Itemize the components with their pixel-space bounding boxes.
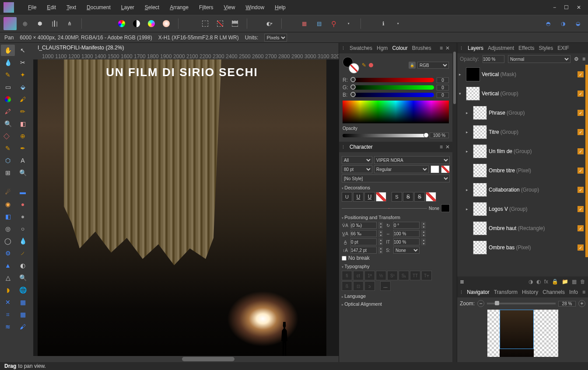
torus-tool-icon[interactable]: ◯ <box>1 235 15 247</box>
wave-tool-icon[interactable]: ≋ <box>1 321 15 332</box>
smcp-icon[interactable]: Tᴛ <box>421 271 432 280</box>
b-slider[interactable] <box>350 93 434 97</box>
layers-menu-icon[interactable]: ≡ <box>582 56 585 62</box>
layer-row[interactable]: ▸ Collaboration (Group) ✓ <box>457 180 588 199</box>
dark-tool-icon[interactable]: ◐ <box>16 260 30 271</box>
flood-tool-icon[interactable]: ⬙ <box>16 81 30 93</box>
titling-icon[interactable]: TT <box>410 271 420 280</box>
alt3-icon[interactable]: ɔ <box>364 281 375 291</box>
liga-icon[interactable]: fi <box>342 271 352 280</box>
frac-icon[interactable]: ½ <box>376 271 386 280</box>
tab-transform[interactable]: Transform <box>494 289 518 295</box>
zoom-slider[interactable] <box>487 303 556 304</box>
hand-tool-icon[interactable]: ✋ <box>1 45 15 56</box>
visibility-checkbox[interactable]: ✓ <box>578 91 584 97</box>
kerning-input[interactable] <box>350 230 377 237</box>
r-input[interactable] <box>437 77 449 83</box>
close-icon[interactable]: ✕ <box>577 4 581 10</box>
circle-tool-icon[interactable]: ○ <box>16 223 30 234</box>
menu-arrange[interactable]: Arrange <box>164 0 194 15</box>
navigator-thumbnail[interactable] <box>487 310 558 357</box>
paint-brush-icon[interactable]: 🖌 <box>16 94 30 105</box>
autocolour-icon[interactable] <box>145 17 158 30</box>
light-tool-icon[interactable]: ☄ <box>1 186 15 198</box>
menu-document[interactable]: Document <box>81 0 116 15</box>
zoom-out-icon[interactable]: 🔍 <box>1 118 15 129</box>
leading-input[interactable] <box>350 247 377 254</box>
tri-tool-icon[interactable]: △ <box>1 272 15 283</box>
scrollbar-horizontal[interactable] <box>33 356 339 362</box>
layer-row[interactable]: ▸ Un film de (Group) ✓ <box>457 142 588 161</box>
text-tool-icon[interactable]: A <box>16 155 30 166</box>
menu-layer[interactable]: Layer <box>116 0 140 15</box>
minimize-icon[interactable]: − <box>553 4 556 10</box>
menu-file[interactable]: File <box>23 0 42 15</box>
layer-row[interactable]: ▸ Phrase (Group) ✓ <box>457 103 588 122</box>
strike-none-icon[interactable]: S <box>392 192 402 202</box>
clone-tool-icon[interactable]: ⃟ <box>1 130 15 142</box>
persona-develop-icon[interactable]: ⬢ <box>33 17 46 30</box>
cross-tool-icon[interactable]: ✕ <box>1 297 15 308</box>
tab-hgm[interactable]: Hgm <box>377 45 388 51</box>
g-input[interactable] <box>437 85 449 91</box>
mask-icon[interactable]: ◑ <box>528 279 533 285</box>
tab-navigator[interactable]: Navigator <box>467 289 489 295</box>
persona-liquify-icon[interactable]: ◎ <box>18 17 32 30</box>
healing-icon[interactable]: ⊕ <box>16 130 30 142</box>
mixer-brush-icon[interactable]: 🖍 <box>1 106 15 117</box>
lock-icon[interactable]: 🔒 <box>409 62 416 69</box>
tab-styles[interactable]: Styles <box>539 45 553 51</box>
fx-icon[interactable]: fx <box>544 279 548 285</box>
layer-row[interactable]: ▸ Titre (Group) ✓ <box>457 122 588 142</box>
alt1-icon[interactable]: ß <box>342 281 352 291</box>
eraser-icon[interactable]: ◧ <box>16 118 30 129</box>
units-select[interactable]: Pixels <box>264 34 287 42</box>
panel-menu-icon[interactable]: ≡ <box>582 289 585 295</box>
persona-tone-icon[interactable]: |┃| <box>48 17 61 30</box>
visibility-checkbox[interactable]: ✓ <box>578 206 584 212</box>
colour-wells[interactable] <box>343 57 359 73</box>
selection-all-icon[interactable] <box>199 17 212 30</box>
alt2-icon[interactable]: ⊡ <box>353 281 364 291</box>
more-icon[interactable]: … <box>380 281 391 291</box>
layer-row[interactable]: ▾ Vertical (Group) ✓ <box>457 84 588 103</box>
ord-icon[interactable]: 1ª <box>364 271 375 280</box>
font-family-select[interactable]: VIPER NORA <box>374 156 450 164</box>
layer-row[interactable]: Ombre haut (Rectangle) ✓ <box>457 219 588 238</box>
persona-photo-icon[interactable] <box>4 17 17 30</box>
brush-tool-icon[interactable]: ✎ <box>1 69 15 80</box>
adjust-icon[interactable]: ◐ <box>536 279 541 285</box>
opacity-input[interactable] <box>430 133 449 138</box>
language-header[interactable]: Language <box>342 293 450 299</box>
layer-row[interactable]: Ombre bas (Pixel) ✓ <box>457 238 588 257</box>
positioning-header[interactable]: Positioning and Transform <box>342 215 450 220</box>
strike-single-icon[interactable]: S <box>403 192 413 202</box>
tab-layers[interactable]: Layers <box>468 45 483 51</box>
panel-menu-icon[interactable]: ≡ <box>440 144 443 150</box>
ct-icon[interactable]: ct <box>353 271 364 280</box>
shear-select[interactable]: None <box>393 247 420 254</box>
blend-mode-select[interactable]: Normal <box>508 55 570 63</box>
vscale-input[interactable] <box>393 238 420 245</box>
lock-icon[interactable]: 🔒 <box>552 279 558 285</box>
order-back-icon[interactable]: ◓ <box>542 17 555 30</box>
deco-colour-swatch[interactable] <box>441 204 450 212</box>
grid-icon[interactable]: ▦ <box>298 17 311 30</box>
baseline-input[interactable] <box>350 238 377 245</box>
assistant-icon[interactable]: ℹ <box>377 17 390 30</box>
node-tool-icon[interactable]: ⬡ <box>1 155 15 166</box>
menu-help[interactable]: Help <box>270 0 291 15</box>
canvas[interactable]: UN FILM DI SIRIO SECHI <box>33 59 339 356</box>
expand-icon[interactable]: ▸ <box>466 188 471 192</box>
decorations-header[interactable]: Decorations <box>342 185 450 190</box>
underline-single-icon[interactable]: U <box>353 192 364 202</box>
expand-icon[interactable]: ▸ <box>466 149 471 154</box>
tab-adjustment[interactable]: Adjustment <box>488 45 514 51</box>
pencil-icon[interactable]: ✏ <box>16 106 30 117</box>
quickmask-icon[interactable]: ◐▾ <box>263 17 276 30</box>
g-slider[interactable] <box>350 85 434 90</box>
tab-swatches[interactable]: Swatches <box>350 45 372 51</box>
tab-brushes[interactable]: Brushes <box>412 45 431 51</box>
marquee-tool-icon[interactable]: ▭ <box>1 81 15 93</box>
visibility-checkbox[interactable]: ✓ <box>578 244 584 251</box>
